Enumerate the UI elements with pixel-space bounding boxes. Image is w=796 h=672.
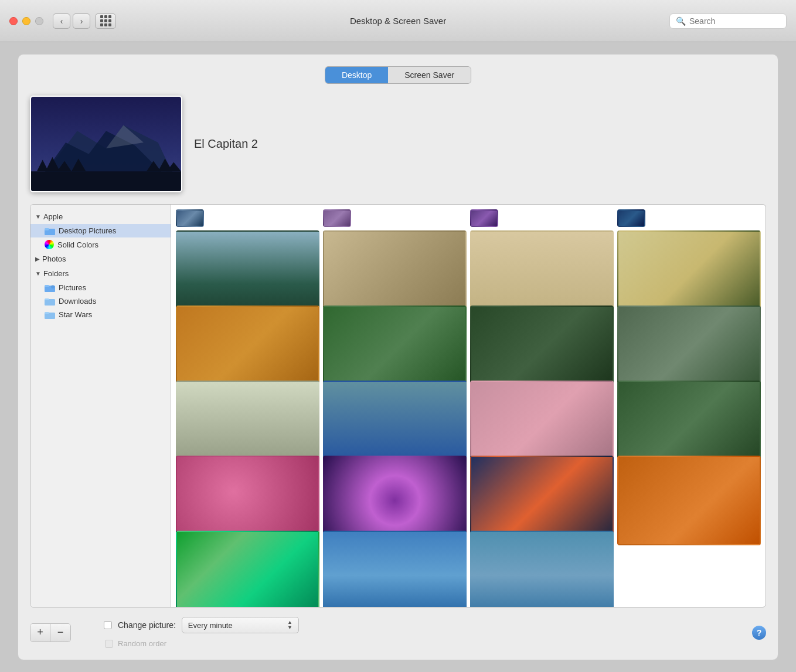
wallpaper-item[interactable] — [176, 531, 319, 607]
sidebar-section-folders[interactable]: ▼ Folders — [30, 266, 171, 281]
sidebar-item-label: Desktop Pictures — [59, 226, 116, 235]
tab-desktop[interactable]: Desktop — [325, 67, 388, 83]
folder-blue-icon — [45, 284, 55, 292]
sidebar-item-label: Pictures — [59, 283, 86, 292]
wallpaper-item[interactable] — [470, 209, 498, 227]
add-button[interactable]: + — [30, 624, 50, 642]
help-button[interactable]: ? — [752, 626, 766, 640]
change-picture-checkbox[interactable] — [104, 621, 112, 629]
sidebar-item-star-wars[interactable]: Star Wars — [30, 308, 171, 321]
interval-value: Every minute — [188, 621, 233, 630]
sidebar-item-label: Solid Colors — [57, 240, 98, 249]
sidebar-item-desktop-pictures[interactable]: Desktop Pictures — [30, 224, 171, 237]
wallpaper-grid — [171, 205, 766, 607]
add-remove-buttons: + − — [30, 623, 71, 642]
triangle-down-icon: ▼ — [35, 213, 41, 220]
sidebar-apple-label: Apple — [43, 212, 63, 221]
wallpaper-item[interactable] — [617, 209, 645, 227]
dropdown-arrows-icon: ▲ ▼ — [287, 620, 292, 630]
traffic-lights — [9, 17, 43, 25]
svg-rect-21 — [45, 312, 49, 314]
sidebar-section-photos[interactable]: ▶ Photos — [30, 252, 171, 266]
window-title: Desktop & Screen Saver — [350, 16, 446, 26]
wallpaper-item[interactable] — [470, 531, 614, 607]
change-picture-row: Change picture: Every minute ▲ ▼ — [104, 617, 743, 633]
wallpaper-item[interactable] — [617, 456, 761, 545]
forward-button[interactable]: › — [73, 13, 90, 29]
back-button[interactable]: ‹ — [53, 13, 70, 29]
folder-icon-3 — [45, 311, 55, 319]
wallpaper-item[interactable] — [176, 209, 204, 227]
svg-rect-3 — [31, 171, 181, 191]
triangle-right-icon: ▶ — [35, 256, 40, 262]
app-grid-button[interactable] — [95, 13, 116, 29]
tab-screen-saver[interactable]: Screen Saver — [388, 67, 471, 83]
sidebar-item-solid-colors[interactable]: Solid Colors — [30, 237, 171, 252]
random-order-row: Random order — [104, 637, 743, 648]
sidebar-folders-label: Folders — [43, 269, 69, 278]
remove-button[interactable]: − — [50, 624, 70, 642]
title-bar: ‹ › Desktop & Screen Saver 🔍 — [0, 0, 796, 42]
svg-rect-14 — [45, 228, 49, 230]
close-button[interactable] — [9, 17, 18, 25]
main-content: Desktop Screen Saver — [18, 54, 778, 660]
search-input[interactable] — [689, 16, 780, 26]
random-order-checkbox[interactable] — [105, 640, 113, 648]
folder-icon-2 — [45, 297, 55, 306]
folder-icon — [45, 227, 55, 235]
sidebar: ▼ Apple Desktop Pictures Solid Colors ▶ … — [30, 205, 171, 607]
interval-dropdown[interactable]: Every minute ▲ ▼ — [182, 617, 299, 633]
sidebar-item-downloads[interactable]: Downloads — [30, 294, 171, 308]
nav-buttons: ‹ › — [53, 13, 90, 29]
content-area: ▼ Apple Desktop Pictures Solid Colors ▶ … — [30, 204, 766, 607]
color-wheel-icon — [45, 240, 54, 249]
triangle-down-icon-2: ▼ — [35, 270, 41, 277]
minimize-button[interactable] — [22, 17, 30, 25]
grid-icon — [100, 15, 111, 26]
mountain-scene — [31, 97, 181, 191]
maximize-button[interactable] — [35, 17, 43, 25]
search-icon: 🔍 — [676, 16, 686, 26]
svg-rect-19 — [45, 298, 49, 300]
change-picture-label: Change picture: — [118, 620, 176, 630]
svg-point-17 — [51, 285, 55, 289]
random-order-label: Random order — [118, 639, 166, 648]
sidebar-photos-label: Photos — [42, 254, 66, 263]
preview-thumbnail — [30, 96, 182, 192]
wallpaper-item[interactable] — [323, 531, 467, 607]
sidebar-item-label: Downloads — [59, 297, 96, 306]
sidebar-item-label: Star Wars — [59, 310, 92, 319]
tab-group: Desktop Screen Saver — [325, 66, 471, 84]
bottom-bar: + − Change picture: Every minute ▲ ▼ Ran… — [30, 607, 766, 648]
preview-section: El Capitan 2 — [30, 96, 766, 192]
tab-bar: Desktop Screen Saver — [30, 66, 766, 84]
preview-name: El Capitan 2 — [194, 137, 258, 151]
search-box[interactable]: 🔍 — [669, 13, 787, 29]
svg-rect-16 — [45, 285, 49, 287]
wallpaper-item[interactable] — [323, 209, 351, 227]
sidebar-item-pictures[interactable]: Pictures — [30, 281, 171, 294]
sidebar-section-apple[interactable]: ▼ Apple — [30, 209, 171, 224]
